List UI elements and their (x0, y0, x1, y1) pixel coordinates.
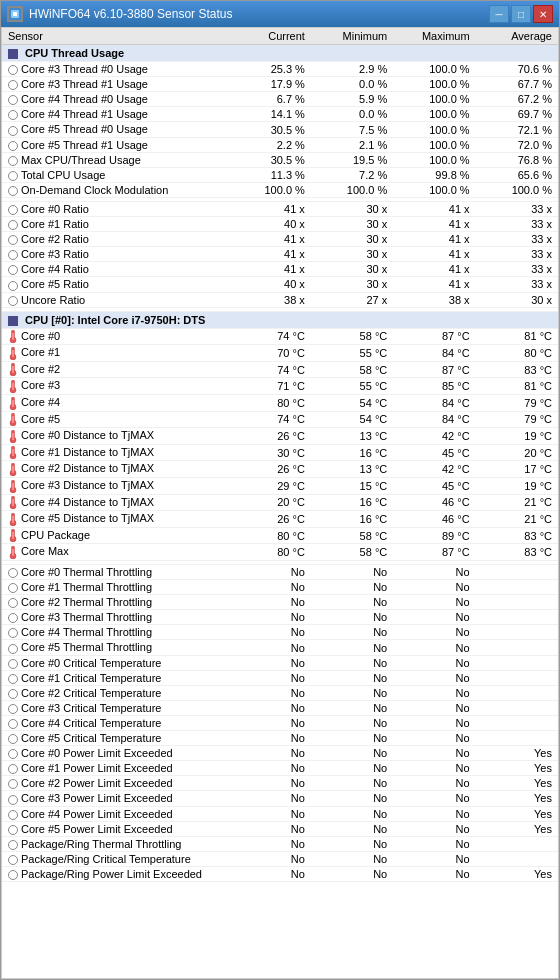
sensor-max: 100.0 % (393, 92, 475, 107)
sensor-name: Core #3 Ratio (2, 247, 229, 262)
sensor-max: 41 x (393, 217, 475, 232)
sensor-current: 26 °C (229, 461, 311, 478)
sensor-min: 30 x (311, 232, 393, 247)
sensor-max: 46 °C (393, 511, 475, 528)
sensor-avg (476, 595, 558, 610)
sensor-min: No (311, 761, 393, 776)
table-row: Uncore Ratio 38 x 27 x 38 x 30 x (2, 292, 558, 307)
sensor-name: Core #5 Power Limit Exceeded (2, 821, 229, 836)
table-row: Core #4 80 °C 54 °C 84 °C 79 °C (2, 395, 558, 412)
table-row: Core #3 Distance to TjMAX 29 °C 15 °C 45… (2, 478, 558, 495)
sensor-min: 30 x (311, 201, 393, 216)
sensor-name: Core #4 Thread #0 Usage (2, 92, 229, 107)
table-row: Core #1 Critical Temperature No No No (2, 670, 558, 685)
sensor-min: 16 °C (311, 511, 393, 528)
table-row: On-Demand Clock Modulation 100.0 % 100.0… (2, 182, 558, 197)
table-row: Core #2 Ratio 41 x 30 x 41 x 33 x (2, 232, 558, 247)
sensor-avg (476, 836, 558, 851)
table-header: Sensor Current Minimum Maximum Average (2, 28, 558, 45)
table-row: Core #5 Thread #0 Usage 30.5 % 7.5 % 100… (2, 122, 558, 137)
sensor-max: 100.0 % (393, 122, 475, 137)
table-row: Core #3 Thermal Throttling No No No (2, 610, 558, 625)
sensor-avg: 83 °C (476, 544, 558, 561)
table-row: Core #0 Distance to TjMAX 26 °C 13 °C 42… (2, 428, 558, 445)
svg-rect-44 (12, 549, 14, 556)
table-row: Core #5 Thermal Throttling No No No (2, 640, 558, 655)
sensor-avg: 65.6 % (476, 167, 558, 182)
sensor-current: 17.9 % (229, 77, 311, 92)
sensor-name: Core #5 Distance to TjMAX (2, 511, 229, 528)
sensor-min: No (311, 565, 393, 580)
minimize-button[interactable]: ─ (489, 5, 509, 23)
sensor-min: 58 °C (311, 361, 393, 378)
table-row: Core #5 Power Limit Exceeded No No No Ye… (2, 821, 558, 836)
sensor-min: No (311, 685, 393, 700)
sensor-avg: 19 °C (476, 428, 558, 445)
title-bar-left: HWiNFO64 v6.10-3880 Sensor Status (7, 6, 232, 22)
sensor-max: No (393, 866, 475, 881)
table-row: Core #0 Thermal Throttling No No No (2, 565, 558, 580)
sensor-avg (476, 670, 558, 685)
sensor-min: 30 x (311, 277, 393, 292)
sensor-current: 30.5 % (229, 122, 311, 137)
sensor-current: 41 x (229, 262, 311, 277)
sensor-name: Core #5 Ratio (2, 277, 229, 292)
sensor-avg: 76.8 % (476, 152, 558, 167)
sensor-name: Core #1 Distance to TjMAX (2, 444, 229, 461)
sensor-max: 87 °C (393, 544, 475, 561)
sensor-min: 100.0 % (311, 182, 393, 197)
svg-rect-41 (12, 532, 14, 539)
sensor-max: 42 °C (393, 428, 475, 445)
sensor-min: 58 °C (311, 527, 393, 544)
sensor-current: No (229, 700, 311, 715)
sensor-current: No (229, 610, 311, 625)
sensor-name: Core #5 Thermal Throttling (2, 640, 229, 655)
sensor-min: 58 °C (311, 544, 393, 561)
sensor-max: 87 °C (393, 328, 475, 345)
sensor-name: On-Demand Clock Modulation (2, 182, 229, 197)
table-row: Core #3 Ratio 41 x 30 x 41 x 33 x (2, 247, 558, 262)
sensor-min: 30 x (311, 247, 393, 262)
sensor-min: No (311, 836, 393, 851)
sensor-max: No (393, 700, 475, 715)
sensor-name: Core #0 Thermal Throttling (2, 565, 229, 580)
sensor-max: No (393, 806, 475, 821)
sensor-avg: 80 °C (476, 345, 558, 362)
sensor-avg: 79 °C (476, 411, 558, 428)
sensor-max: No (393, 640, 475, 655)
sensor-name: Package/Ring Thermal Throttling (2, 836, 229, 851)
table-row: Core #4 Thread #1 Usage 14.1 % 0.0 % 100… (2, 107, 558, 122)
svg-rect-26 (12, 449, 14, 456)
sensor-min: 7.5 % (311, 122, 393, 137)
sensor-avg: 67.7 % (476, 77, 558, 92)
table-row: Package/Ring Critical Temperature No No … (2, 851, 558, 866)
sensor-max: 45 °C (393, 444, 475, 461)
sensor-current: 80 °C (229, 544, 311, 561)
maximize-button[interactable]: □ (511, 5, 531, 23)
table-row: Core #2 74 °C 58 °C 87 °C 83 °C (2, 361, 558, 378)
sensor-max: 84 °C (393, 345, 475, 362)
sensor-name: Core #2 Critical Temperature (2, 685, 229, 700)
svg-rect-17 (12, 400, 14, 407)
table-row: Core #4 Thermal Throttling No No No (2, 625, 558, 640)
sensor-max: 41 x (393, 277, 475, 292)
sensor-avg: 33 x (476, 217, 558, 232)
svg-rect-11 (12, 366, 14, 373)
sensor-min: No (311, 580, 393, 595)
section-title: CPU Thread Usage (2, 45, 558, 62)
section-title: CPU [#0]: Intel Core i7-9750H: DTS (2, 311, 558, 328)
sensor-current: No (229, 625, 311, 640)
table-row: Core #4 Distance to TjMAX 20 °C 16 °C 46… (2, 494, 558, 511)
svg-rect-38 (12, 516, 14, 523)
table-row: Core #1 Thermal Throttling No No No (2, 580, 558, 595)
close-button[interactable]: ✕ (533, 5, 553, 23)
sensor-avg: Yes (476, 791, 558, 806)
sensor-max: 100.0 % (393, 182, 475, 197)
sensor-avg: 19 °C (476, 478, 558, 495)
sensor-min: No (311, 610, 393, 625)
table-row: Max CPU/Thread Usage 30.5 % 19.5 % 100.0… (2, 152, 558, 167)
sensor-current: No (229, 836, 311, 851)
sensor-min: No (311, 655, 393, 670)
sensor-name: Core #2 (2, 361, 229, 378)
table-row: Core #4 Thread #0 Usage 6.7 % 5.9 % 100.… (2, 92, 558, 107)
